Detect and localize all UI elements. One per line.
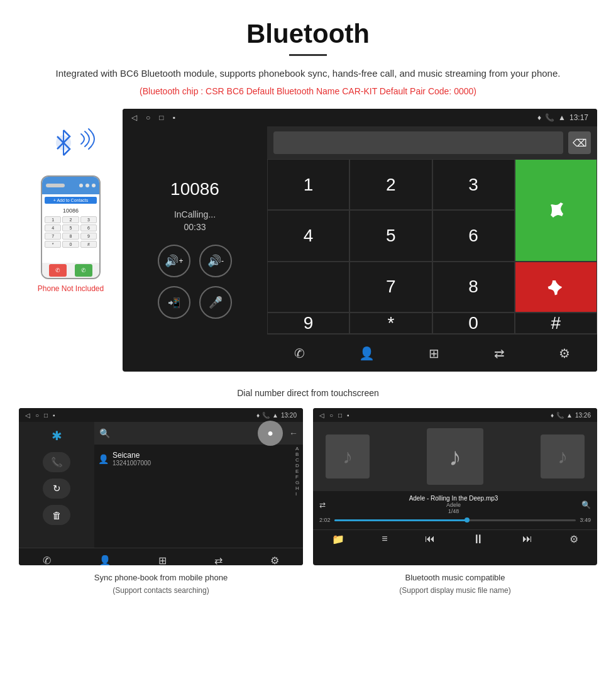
music-list-icon[interactable]: ≡	[382, 533, 387, 545]
pb-bottom-keypad[interactable]: ⊞	[158, 555, 167, 565]
call-timer: 00:33	[184, 222, 206, 232]
music-progress-row: 2:02 3:49	[319, 517, 591, 523]
keypad-3[interactable]: 3	[432, 159, 515, 210]
keypad-6[interactable]: 6	[432, 210, 515, 261]
music-search-icon[interactable]: 🔍	[581, 501, 591, 509]
phonebook-status-bar: ◁ ○ □ ▪ ♦ 📞 ▲ 13:20	[19, 408, 303, 422]
phonebook-screen: ◁ ○ □ ▪ ♦ 📞 ▲ 13:20 ✱ 📞 ↻ 🗑	[19, 408, 303, 565]
phone-key-1[interactable]: 1	[45, 216, 61, 223]
pb-contact-phone: 13241007000	[113, 460, 151, 467]
music-album-area: ♪ ♪ ♪	[313, 422, 597, 491]
pb-delete-btn[interactable]: 🗑	[43, 505, 70, 525]
keypad-5[interactable]: 5	[349, 210, 432, 261]
pb-contact-item[interactable]: 👤 Seicane 13241007000	[98, 448, 290, 469]
dial-input-row: ⌫	[267, 126, 597, 159]
pb-bottom-contacts[interactable]: 👤	[99, 555, 111, 565]
pb-contacts-list: 👤 Seicane 13241007000	[94, 445, 294, 548]
bottom-settings-icon[interactable]: ⚙	[559, 346, 570, 361]
keypad-hash[interactable]: #	[515, 313, 597, 334]
pb-sync-btn[interactable]: ↻	[43, 479, 70, 499]
transfer-btn[interactable]: 📲	[158, 286, 190, 319]
bottom-contacts-icon[interactable]: 👤	[359, 346, 375, 361]
keypad-0[interactable]: 0	[432, 313, 515, 334]
phone-key-9[interactable]: 9	[80, 233, 97, 240]
keypad-1[interactable]: 1	[267, 159, 349, 210]
keypad-9[interactable]: 9	[267, 313, 349, 334]
phone-end-btn[interactable]: ✆	[49, 264, 67, 277]
ms-nav-home[interactable]: ○	[329, 412, 333, 419]
bottom-transfer-icon[interactable]: ⇄	[494, 346, 505, 361]
keypad-8[interactable]: 8	[432, 262, 515, 313]
phone-key-8[interactable]: 8	[62, 233, 79, 240]
music-screen: ◁ ○ □ ▪ ♦ 📞 ▲ 13:26 ♪	[313, 408, 597, 565]
nav-recent-icon[interactable]: □	[159, 113, 163, 122]
phone-key-5[interactable]: 5	[62, 224, 79, 231]
mic-btn[interactable]: 🎤	[199, 286, 232, 319]
phone-key-7[interactable]: 7	[45, 233, 61, 240]
pb-bottom-calls[interactable]: ✆	[43, 555, 51, 565]
main-screen-caption: Dial number direct from touchscreen	[0, 382, 616, 408]
pb-nav-home[interactable]: ○	[35, 412, 39, 419]
volume-up-btn[interactable]: 🔊+	[158, 245, 190, 277]
phone-key-0[interactable]: 0	[62, 241, 79, 248]
dial-keypad-grid: 1 2 3 4 5 6 7 8 9 * 0 #	[267, 159, 597, 334]
ms-nav-menu[interactable]: ▪	[347, 412, 349, 419]
bottom-calls-icon[interactable]: ✆	[294, 346, 305, 361]
backspace-btn[interactable]: ⌫	[568, 131, 591, 154]
phone-key-4[interactable]: 4	[45, 224, 61, 231]
music-prev-icon[interactable]: ⏮	[425, 533, 435, 545]
phone-key-hash[interactable]: #	[80, 241, 97, 248]
phone-key-6[interactable]: 6	[80, 224, 97, 231]
nav-menu-icon[interactable]: ▪	[173, 113, 175, 122]
dial-left-panel: 10086 InCalling... 00:33 🔊+ 🔊- 📲 🎤	[123, 126, 267, 372]
keypad-7[interactable]: 7	[349, 262, 432, 313]
nav-back-icon[interactable]: ◁	[131, 113, 137, 122]
volume-down-btn[interactable]: 🔊-	[199, 245, 232, 277]
caller-number: 10086	[170, 179, 219, 199]
music-progress-bar[interactable]	[334, 519, 576, 521]
album-art-left: ♪	[326, 434, 370, 479]
call-controls: 🔊+ 🔊- 📲 🎤	[158, 245, 232, 319]
phone-keypad: 1 2 3 4 5 6 7 8 9 * 0 #	[45, 216, 97, 248]
music-play-icon[interactable]: ⏸	[472, 532, 485, 546]
pb-search-icon[interactable]: 🔍	[99, 428, 110, 438]
pb-nav-menu[interactable]: ▪	[53, 412, 55, 419]
nav-home-icon[interactable]: ○	[146, 113, 150, 122]
keypad-star[interactable]: *	[349, 313, 432, 334]
music-note-right: ♪	[558, 445, 568, 468]
music-eq-icon[interactable]: ⚙	[569, 533, 578, 545]
phonebook-caption: Sync phone-book from mobile phone (Suppo…	[19, 565, 303, 599]
pb-call-btn[interactable]: 📞	[43, 452, 70, 472]
keypad-2[interactable]: 2	[349, 159, 432, 210]
location-icon: ♦	[537, 113, 541, 122]
ms-nav-back[interactable]: ◁	[319, 412, 324, 419]
pb-back-icon[interactable]: ←	[289, 428, 298, 438]
dial-input-field[interactable]	[273, 131, 563, 154]
music-folder-icon[interactable]: 📁	[332, 533, 344, 545]
music-status-right: ♦ 📞 ▲ 13:26	[551, 412, 591, 419]
phone-key-star[interactable]: *	[45, 241, 61, 248]
keypad-call-red[interactable]	[515, 262, 597, 313]
phone-key-3[interactable]: 3	[80, 216, 97, 223]
music-caption: Bluetooth music compatible (Support disp…	[313, 565, 597, 599]
album-art-main: ♪	[427, 428, 483, 485]
phone-bottom-bar: ✆ ✆	[42, 263, 99, 278]
phone-key-2[interactable]: 2	[62, 216, 79, 223]
title-divider	[289, 54, 327, 56]
music-shuffle-icon[interactable]: ⇄	[319, 501, 326, 509]
phone-add-contact: + Add to Contacts	[45, 197, 97, 204]
page-header: Bluetooth Integrated with BC6 Bluetooth …	[0, 0, 616, 109]
music-artist: Adele	[326, 502, 581, 508]
android-main-screen: ◁ ○ □ ▪ ♦ 📞 ▲ 13:17 10086 InCalling... 0…	[123, 109, 597, 372]
pb-bottom-transfer[interactable]: ⇄	[214, 555, 223, 565]
phone-call-btn[interactable]: ✆	[75, 264, 92, 277]
pb-bluetooth-icon: ✱	[52, 428, 62, 443]
keypad-call-green[interactable]	[515, 159, 597, 262]
keypad-4[interactable]: 4	[267, 210, 349, 261]
pb-nav-back[interactable]: ◁	[25, 412, 30, 419]
pb-nav-recent[interactable]: □	[44, 412, 48, 419]
pb-bottom-settings[interactable]: ⚙	[270, 555, 279, 565]
bottom-keypad-icon[interactable]: ⊞	[429, 346, 439, 361]
ms-nav-recent[interactable]: □	[338, 412, 342, 419]
music-next-icon[interactable]: ⏭	[522, 533, 532, 545]
